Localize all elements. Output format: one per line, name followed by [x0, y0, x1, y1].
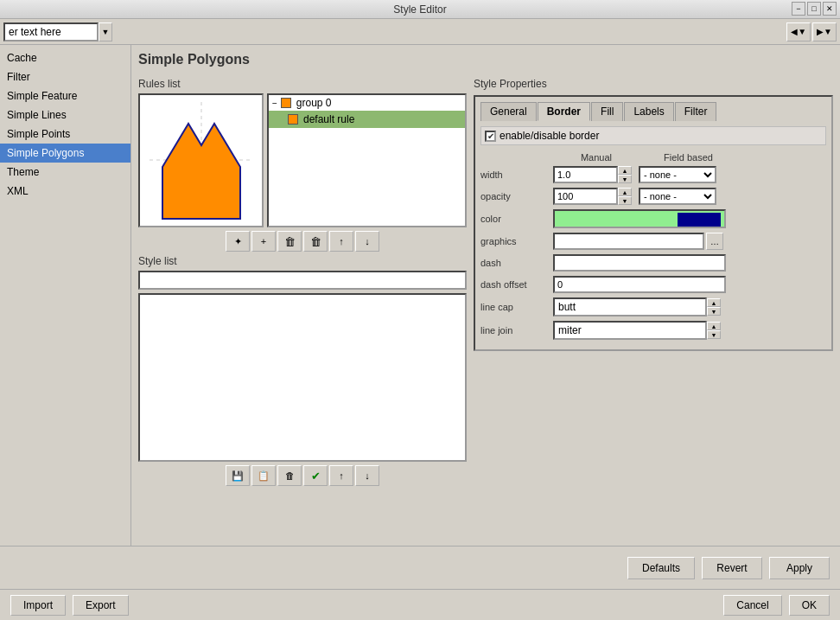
- rules-add-button[interactable]: +: [251, 231, 276, 252]
- revert-button[interactable]: Revert: [702, 557, 762, 579]
- rules-list-box: − group 0 default rule: [267, 93, 467, 227]
- style-export-button[interactable]: ↑: [329, 465, 353, 486]
- line-cap-up-button[interactable]: ▲: [707, 298, 721, 307]
- props-container: General Border Fill Labels Filter ✔ enab…: [474, 95, 833, 351]
- line-join-up-button[interactable]: ▲: [707, 322, 721, 330]
- dash-offset-input[interactable]: [553, 276, 726, 293]
- sidebar: Cache Filter Simple Feature Simple Lines…: [0, 45, 131, 546]
- style-apply-button[interactable]: ✔: [303, 465, 328, 486]
- width-input[interactable]: [553, 166, 618, 183]
- graphics-browse-button[interactable]: …: [706, 233, 723, 250]
- sidebar-item-theme[interactable]: Theme: [0, 163, 130, 182]
- sidebar-item-cache[interactable]: Cache: [0, 48, 130, 67]
- rules-delete-button[interactable]: 🗑: [277, 231, 302, 252]
- style-list-search[interactable]: [138, 271, 467, 290]
- sidebar-item-simple-lines[interactable]: Simple Lines: [0, 105, 130, 125]
- polygon-preview: [145, 98, 258, 223]
- nav-back-button[interactable]: ◀▼: [786, 22, 811, 42]
- line-join-down-button[interactable]: ▼: [707, 330, 721, 339]
- rules-move-down-button[interactable]: ↓: [355, 231, 379, 252]
- main-layout: Cache Filter Simple Feature Simple Lines…: [0, 45, 840, 546]
- style-props-title: Style Properties: [474, 78, 833, 90]
- color-label: color: [480, 214, 550, 224]
- tab-general[interactable]: General: [480, 102, 537, 121]
- sidebar-item-filter[interactable]: Filter: [0, 67, 130, 86]
- layer-dropdown-button[interactable]: ▼: [99, 22, 112, 42]
- opacity-up-button[interactable]: ▲: [618, 188, 632, 196]
- nav-buttons: ◀▼ ▶▼: [786, 22, 837, 42]
- tabs: General Border Fill Labels Filter: [480, 102, 826, 121]
- tab-border[interactable]: Border: [538, 102, 590, 121]
- layer-input-wrap: ▼: [3, 22, 112, 42]
- nav-fwd-button[interactable]: ▶▼: [812, 22, 837, 42]
- footer-left: Import Export: [10, 595, 129, 616]
- tab-fill[interactable]: Fill: [591, 102, 623, 121]
- title-bar: Style Editor − □ ✕: [0, 0, 840, 19]
- style-copy-button[interactable]: 📋: [251, 465, 276, 486]
- color-field[interactable]: [553, 209, 726, 228]
- prop-row-line-join: line join miter ▲ ▼: [480, 321, 826, 340]
- minimize-button[interactable]: −: [792, 2, 805, 16]
- sidebar-item-simple-feature[interactable]: Simple Feature: [0, 86, 130, 105]
- style-list-box[interactable]: [138, 293, 467, 462]
- page-title: Simple Polygons: [138, 52, 833, 67]
- expand-icon: −: [272, 99, 277, 108]
- dash-label: dash: [480, 258, 550, 268]
- layer-input[interactable]: [3, 22, 99, 42]
- prop-row-opacity: opacity ▲ ▼ - none -: [480, 188, 826, 205]
- rules-panel: Rules list: [138, 78, 467, 539]
- width-up-button[interactable]: ▲: [618, 166, 632, 175]
- cancel-button[interactable]: Cancel: [723, 595, 781, 616]
- header-manual: Manual: [553, 152, 640, 163]
- ok-button[interactable]: OK: [789, 595, 830, 616]
- header-field: Field based: [643, 152, 734, 163]
- import-button[interactable]: Import: [10, 595, 66, 616]
- maximize-button[interactable]: □: [807, 2, 821, 16]
- line-cap-display: butt: [553, 297, 707, 316]
- opacity-label: opacity: [480, 191, 550, 201]
- tab-filter[interactable]: Filter: [675, 102, 717, 121]
- export-button[interactable]: Export: [73, 595, 129, 616]
- rules-delete-all-button[interactable]: 🗑: [303, 231, 328, 252]
- dash-input[interactable]: [553, 254, 726, 272]
- rules-move-up-button[interactable]: ↑: [329, 231, 353, 252]
- close-button[interactable]: ✕: [823, 2, 837, 16]
- rule-default[interactable]: default rule: [269, 111, 465, 128]
- apply-button[interactable]: Apply: [769, 557, 830, 579]
- opacity-field-select[interactable]: - none -: [639, 188, 716, 205]
- bottom-bar: Defaults Revert Apply: [0, 546, 840, 589]
- style-import-button[interactable]: ↓: [355, 465, 379, 486]
- preview-box: [138, 93, 264, 227]
- style-delete-button[interactable]: 🗑: [277, 465, 302, 486]
- style-save-button[interactable]: 💾: [226, 465, 250, 486]
- opacity-down-button[interactable]: ▼: [618, 196, 632, 205]
- rule-icon: [288, 114, 298, 125]
- sidebar-item-simple-polygons[interactable]: Simple Polygons: [0, 144, 130, 163]
- prop-row-color: color: [480, 209, 826, 228]
- window-controls[interactable]: − □ ✕: [792, 2, 837, 16]
- prop-row-dash: dash: [480, 254, 826, 272]
- line-cap-down-button[interactable]: ▼: [707, 307, 721, 316]
- style-list-panel: Style list 💾 📋 🗑 ✔ ↑ ↓: [138, 255, 467, 486]
- opacity-input[interactable]: [553, 188, 618, 205]
- group-label: group 0: [296, 97, 332, 109]
- style-props-panel: Style Properties General Border Fill Lab…: [474, 78, 833, 539]
- rules-add-group-button[interactable]: ✦: [226, 231, 250, 252]
- sidebar-item-xml[interactable]: XML: [0, 182, 130, 201]
- line-join-display: miter: [553, 321, 707, 340]
- style-list-toolbar: 💾 📋 🗑 ✔ ↑ ↓: [138, 465, 467, 486]
- prop-row-dash-offset: dash offset: [480, 276, 826, 293]
- tab-labels[interactable]: Labels: [624, 102, 673, 121]
- width-label: width: [480, 169, 550, 180]
- enable-border-row: ✔ enable/disable border: [480, 126, 826, 145]
- width-field-select[interactable]: - none -: [639, 166, 716, 183]
- footer-bar: Import Export Cancel OK: [0, 589, 840, 620]
- rule-group[interactable]: − group 0: [269, 95, 465, 111]
- graphics-input[interactable]: [553, 233, 704, 250]
- rules-list-label: Rules list: [138, 78, 467, 90]
- sidebar-item-simple-points[interactable]: Simple Points: [0, 125, 130, 144]
- defaults-button[interactable]: Defaults: [627, 557, 695, 579]
- footer-right: Cancel OK: [723, 595, 830, 616]
- enable-border-checkbox[interactable]: ✔: [485, 131, 496, 142]
- width-down-button[interactable]: ▼: [618, 175, 632, 183]
